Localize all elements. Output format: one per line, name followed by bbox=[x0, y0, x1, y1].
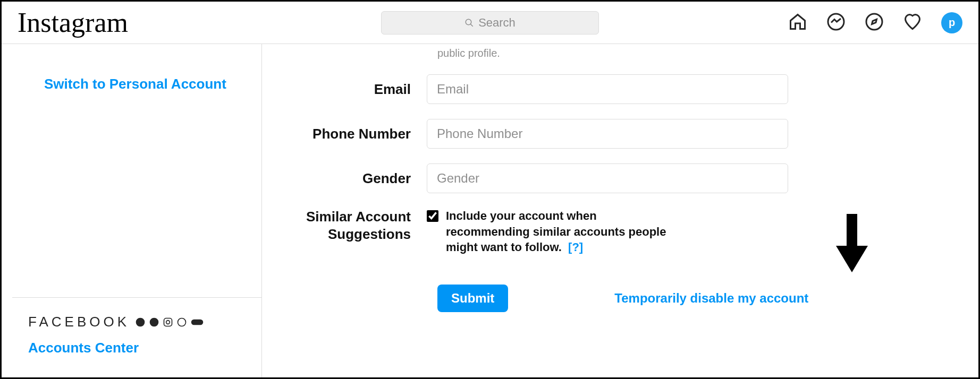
home-icon[interactable] bbox=[788, 12, 807, 33]
top-nav: Instagram Search p bbox=[2, 2, 978, 44]
meta-app-icons bbox=[135, 317, 204, 328]
whatsapp-icon bbox=[176, 317, 187, 328]
heart-icon[interactable] bbox=[903, 12, 922, 33]
svg-rect-7 bbox=[164, 318, 172, 326]
svg-line-1 bbox=[470, 24, 473, 27]
messenger-icon[interactable] bbox=[826, 12, 846, 33]
oculus-icon bbox=[190, 317, 204, 328]
facebook-wordmark: FACEBOOK bbox=[28, 314, 130, 330]
svg-rect-10 bbox=[191, 319, 204, 324]
suggestions-text: Include your account when recommending s… bbox=[446, 208, 669, 255]
accounts-center-box: FACEBOOK Accounts Center bbox=[12, 297, 261, 377]
settings-content: public profile. Email Phone Number Gende… bbox=[262, 44, 978, 377]
svg-rect-11 bbox=[847, 214, 857, 248]
email-label: Email bbox=[278, 81, 427, 98]
annotation-arrow-icon bbox=[831, 214, 873, 278]
nav-icon-group: p bbox=[788, 12, 962, 33]
svg-marker-12 bbox=[836, 246, 868, 272]
instagram-logo[interactable]: Instagram bbox=[18, 7, 128, 38]
submit-button[interactable]: Submit bbox=[437, 285, 508, 312]
search-placeholder: Search bbox=[478, 16, 516, 30]
switch-account-link[interactable]: Switch to Personal Account bbox=[44, 76, 240, 92]
profile-hint-text: public profile. bbox=[437, 47, 947, 59]
email-field[interactable] bbox=[427, 74, 788, 104]
phone-field[interactable] bbox=[427, 119, 788, 149]
settings-sidebar: Switch to Personal Account FACEBOOK Acco… bbox=[12, 44, 262, 377]
disable-account-link[interactable]: Temporarily disable my account bbox=[614, 291, 808, 306]
messenger-small-icon bbox=[149, 317, 159, 328]
svg-point-8 bbox=[166, 320, 170, 324]
gender-label: Gender bbox=[278, 170, 427, 187]
explore-icon[interactable] bbox=[865, 12, 884, 33]
search-input[interactable]: Search bbox=[381, 11, 599, 35]
suggestions-checkbox[interactable] bbox=[427, 210, 438, 222]
avatar[interactable]: p bbox=[941, 12, 962, 33]
svg-point-3 bbox=[866, 14, 882, 30]
search-icon bbox=[464, 18, 474, 28]
facebook-icon bbox=[135, 317, 146, 328]
suggestions-label: Similar Account Suggestions bbox=[278, 208, 427, 243]
svg-point-0 bbox=[466, 19, 471, 25]
svg-point-5 bbox=[136, 317, 145, 326]
svg-marker-4 bbox=[872, 19, 877, 24]
svg-point-9 bbox=[178, 318, 186, 326]
svg-point-6 bbox=[150, 317, 159, 326]
gender-field[interactable] bbox=[427, 163, 788, 193]
suggestions-help-link[interactable]: [?] bbox=[568, 240, 583, 254]
instagram-small-icon bbox=[163, 317, 173, 328]
accounts-center-link[interactable]: Accounts Center bbox=[28, 340, 246, 356]
main-area: Switch to Personal Account FACEBOOK Acco… bbox=[2, 44, 978, 377]
phone-label: Phone Number bbox=[278, 125, 427, 143]
